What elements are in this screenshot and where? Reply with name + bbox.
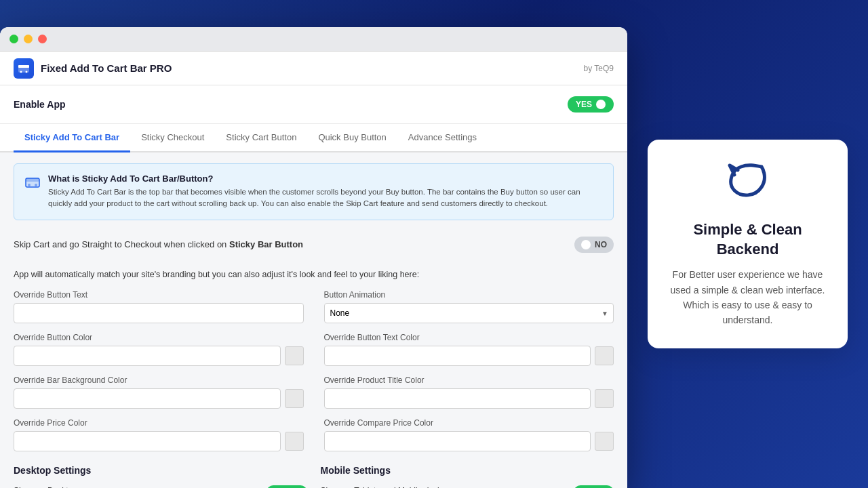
svg-point-2 (20, 70, 22, 73)
input-row-button-color (14, 346, 304, 366)
input-override-compare-price-color[interactable] (324, 431, 591, 451)
branding-note: App will automatically match your site's… (14, 269, 614, 281)
input-row-product-title-color (324, 388, 614, 409)
promo-description: For Better user experience we have used … (664, 267, 831, 328)
tab-advance[interactable]: Advance Settings (397, 124, 488, 152)
form-grid: Override Button Text Button Animation No… (14, 290, 614, 451)
input-row-compare-price-color (324, 431, 614, 451)
field-override-button-text: Override Button Text (14, 290, 304, 323)
tabs-bar: Sticky Add To Cart Bar Sticky Checkout S… (0, 124, 627, 152)
field-override-product-title-color: Override Product Title Color (324, 375, 614, 409)
content-area: Enable App YES Sticky Add To Cart Bar St… (0, 85, 627, 488)
desktop-label-0: Show on Desktop (14, 485, 260, 488)
tab-sticky-button[interactable]: Sticky Cart Button (215, 124, 307, 152)
input-row-bar-bg-color (14, 388, 304, 409)
input-row-price-color (14, 431, 304, 451)
two-col-settings: Desktop Settings Show on Desktop YES Sho… (14, 465, 614, 488)
input-override-button-color[interactable] (14, 346, 281, 366)
info-title: What is Sticky Add To Cart Bar/Button? (48, 174, 602, 184)
color-swatch-button[interactable] (285, 346, 304, 365)
input-override-bar-bg-color[interactable] (14, 388, 281, 409)
svg-rect-1 (18, 65, 29, 68)
select-wrapper-animation: None Pulse Shake Bounce ▼ (324, 303, 614, 323)
toggle-circle (596, 100, 606, 109)
traffic-lights (9, 35, 47, 43)
desktop-settings: Desktop Settings Show on Desktop YES Sho… (14, 465, 307, 488)
color-swatch-compare-price[interactable] (595, 432, 614, 451)
traffic-light-yellow[interactable] (24, 35, 33, 43)
mobile-toggle-0[interactable]: YES (574, 485, 614, 488)
label-override-product-title-color: Override Product Title Color (324, 375, 614, 385)
app-header: Fixed Add To Cart Bar PRO by TeQ9 (0, 52, 627, 85)
info-description: Sticky Add To Cart Bar is the top bar th… (48, 186, 602, 210)
tab-quick-buy[interactable]: Quick Buy Button (307, 124, 397, 152)
color-swatch-price[interactable] (285, 432, 304, 451)
skip-cart-toggle[interactable]: NO (574, 237, 614, 253)
input-override-price-color[interactable] (14, 431, 281, 451)
label-override-bar-bg-color: Override Bar Background Color (14, 375, 304, 385)
app-window: Fixed Add To Cart Bar PRO by TeQ9 Enable… (0, 27, 627, 488)
mobile-settings-title: Mobile Settings (321, 465, 614, 476)
field-override-compare-price-color: Override Compare Price Color (324, 418, 614, 451)
svg-point-7 (35, 184, 37, 186)
svg-rect-5 (26, 178, 39, 182)
skip-cart-text: Skip Cart and go Straight to Checkout wh… (14, 239, 303, 249)
promo-icon (664, 160, 831, 212)
enable-label: Enable App (14, 99, 66, 110)
label-override-button-text: Override Button Text (14, 290, 304, 300)
desktop-settings-title: Desktop Settings (14, 465, 307, 476)
right-panel: Simple & Clean Backend For Better user e… (627, 0, 868, 488)
main-panel: What is Sticky Add To Cart Bar/Button? S… (0, 152, 627, 488)
label-override-compare-price-color: Override Compare Price Color (324, 418, 614, 428)
color-swatch-bar-bg[interactable] (285, 389, 304, 408)
label-override-button-text-color: Override Button Text Color (324, 333, 614, 342)
color-swatch-product-title[interactable] (595, 389, 614, 408)
label-override-button-color: Override Button Color (14, 333, 304, 342)
field-button-animation: Button Animation None Pulse Shake Bounce… (324, 290, 614, 323)
skip-cart-toggle-label: NO (595, 240, 607, 249)
app-credit: by TeQ9 (584, 64, 614, 73)
traffic-light-red[interactable] (38, 35, 47, 43)
promo-card: Simple & Clean Backend For Better user e… (648, 140, 848, 348)
svg-point-6 (28, 184, 31, 186)
tab-sticky-checkout[interactable]: Sticky Checkout (130, 124, 215, 152)
desktop-toggle-0[interactable]: YES (267, 485, 307, 488)
enable-row: Enable App YES (0, 85, 627, 124)
enable-toggle-label: YES (576, 100, 592, 109)
input-override-product-title-color[interactable] (324, 388, 591, 409)
input-override-button-text-color[interactable] (324, 346, 591, 366)
tab-sticky-cart[interactable]: Sticky Add To Cart Bar (14, 124, 130, 152)
info-box: What is Sticky Add To Cart Bar/Button? S… (14, 163, 614, 220)
toggle-circle-no (581, 240, 591, 249)
field-override-button-text-color: Override Button Text Color (324, 333, 614, 366)
mobile-row-0: Show on Tablets and Mobile devices YES (321, 485, 614, 488)
field-override-price-color: Override Price Color (14, 418, 304, 451)
mobile-settings: Mobile Settings Show on Tablets and Mobi… (321, 465, 614, 488)
promo-title: Simple & Clean Backend (664, 220, 831, 259)
desktop-row-0: Show on Desktop YES (14, 485, 307, 488)
enable-toggle[interactable]: YES (568, 96, 614, 113)
app-header-left: Fixed Add To Cart Bar PRO (14, 58, 172, 79)
skip-cart-row: Skip Cart and go Straight to Checkout wh… (14, 231, 614, 258)
color-swatch-button-text[interactable] (595, 346, 614, 365)
select-button-animation[interactable]: None Pulse Shake Bounce (324, 303, 614, 323)
field-override-bar-bg-color: Override Bar Background Color (14, 375, 304, 409)
label-override-price-color: Override Price Color (14, 418, 304, 428)
traffic-light-green[interactable] (9, 35, 18, 43)
mobile-label-0: Show on Tablets and Mobile devices (321, 485, 567, 488)
input-override-button-text[interactable] (14, 303, 304, 323)
input-row-button-text-color (324, 346, 614, 366)
app-title: Fixed Add To Cart Bar PRO (41, 62, 172, 74)
svg-point-3 (26, 70, 28, 73)
label-button-animation: Button Animation (324, 290, 614, 300)
titlebar (0, 27, 627, 52)
info-icon (25, 175, 40, 210)
field-override-button-color: Override Button Color (14, 333, 304, 366)
info-content: What is Sticky Add To Cart Bar/Button? S… (48, 174, 602, 210)
app-icon (14, 58, 34, 79)
